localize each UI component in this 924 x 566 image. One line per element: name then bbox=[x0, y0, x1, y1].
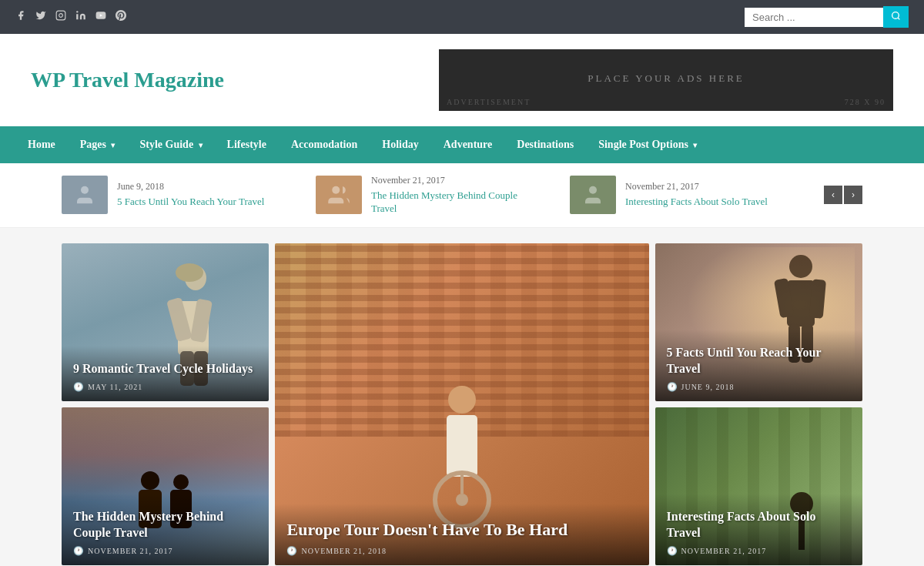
slider-item-1: June 9, 2018 5 Facts Until You Reach You… bbox=[62, 176, 285, 214]
nav-list: Home Pages ▾ Style Guide ▾ Lifestyle Acc… bbox=[15, 126, 909, 163]
nav-item-accomodation[interactable]: Accomodation bbox=[279, 126, 370, 163]
nav-item-pages[interactable]: Pages ▾ bbox=[68, 126, 128, 163]
main-content: 9 Romantic Travel Cycle Holidays 🕐 MAY 1… bbox=[0, 228, 924, 566]
header: WP Travel Magazine PLACE YOUR ADS HERE A… bbox=[0, 34, 924, 126]
nav-link-single-post[interactable]: Single Post Options ▾ bbox=[586, 126, 709, 163]
svg-point-9 bbox=[589, 186, 597, 194]
youtube-icon[interactable] bbox=[95, 10, 106, 24]
nav-item-lifestyle[interactable]: Lifestyle bbox=[215, 126, 279, 163]
card-title-5: Interesting Facts About Solo Travel bbox=[667, 509, 851, 541]
article-grid: 9 Romantic Travel Cycle Holidays 🕐 MAY 1… bbox=[62, 243, 862, 565]
top-bar bbox=[0, 0, 924, 34]
chevron-down-icon: ▾ bbox=[111, 141, 115, 149]
chevron-down-icon: ▾ bbox=[693, 141, 697, 149]
facebook-icon[interactable] bbox=[15, 10, 26, 24]
clock-icon-4: 🕐 bbox=[73, 546, 85, 556]
clock-icon-center: 🕐 bbox=[286, 546, 298, 556]
nav-link-destinations[interactable]: Destinations bbox=[504, 126, 586, 163]
slider-thumb-2 bbox=[316, 176, 362, 214]
slider-date-2: November 21, 2017 bbox=[371, 175, 539, 186]
slider-meta-3: November 21, 2017 Interesting Facts Abou… bbox=[625, 181, 768, 209]
card-romantic-travel[interactable]: 9 Romantic Travel Cycle Holidays 🕐 MAY 1… bbox=[62, 243, 269, 401]
card-overlay-4: The Hidden Mystery Behind Couple Travel … bbox=[62, 494, 269, 565]
nav-link-adventure[interactable]: Adventure bbox=[431, 126, 505, 163]
svg-point-5 bbox=[892, 12, 899, 19]
card-date-5: 🕐 NOVEMBER 21, 2017 bbox=[667, 546, 851, 556]
pinterest-icon[interactable] bbox=[116, 10, 126, 24]
card-overlay-center: Europe Tour Doesn't Have To Be Hard 🕐 NO… bbox=[275, 504, 648, 565]
card-5-facts[interactable]: 5 Facts Until You Reach Your Travel 🕐 JU… bbox=[655, 243, 862, 401]
nav-item-single-post[interactable]: Single Post Options ▾ bbox=[586, 126, 709, 163]
slider-date-1: June 9, 2018 bbox=[117, 181, 264, 193]
search-input[interactable] bbox=[745, 8, 883, 27]
card-title-4: The Hidden Mystery Behind Couple Travel bbox=[73, 509, 257, 541]
slider-nav: ‹ › bbox=[824, 186, 862, 204]
svg-point-3 bbox=[76, 11, 78, 12]
nav-item-adventure[interactable]: Adventure bbox=[431, 126, 505, 163]
svg-point-30 bbox=[173, 474, 189, 490]
chevron-down-icon: ▾ bbox=[199, 141, 203, 149]
svg-point-7 bbox=[81, 186, 89, 194]
nav-link-accomodation[interactable]: Accomodation bbox=[279, 126, 370, 163]
slider-meta-1: June 9, 2018 5 Facts Until You Reach You… bbox=[117, 181, 264, 209]
nav-link-home[interactable]: Home bbox=[15, 126, 68, 163]
main-nav: Home Pages ▾ Style Guide ▾ Lifestyle Acc… bbox=[0, 126, 924, 163]
slider-item-3: November 21, 2017 Interesting Facts Abou… bbox=[570, 176, 793, 214]
card-overlay-1: 9 Romantic Travel Cycle Holidays 🕐 MAY 1… bbox=[62, 346, 269, 401]
slider-meta-2: November 21, 2017 The Hidden Mystery Beh… bbox=[371, 175, 539, 216]
svg-rect-0 bbox=[56, 11, 65, 20]
social-icons bbox=[15, 10, 126, 24]
card-overlay-3: 5 Facts Until You Reach Your Travel 🕐 JU… bbox=[655, 330, 862, 401]
svg-point-22 bbox=[789, 255, 812, 278]
card-europe-tour[interactable]: Europe Tour Doesn't Have To Be Hard 🕐 NO… bbox=[275, 243, 648, 565]
clock-icon-5: 🕐 bbox=[667, 546, 678, 556]
card-date-4: 🕐 NOVEMBER 21, 2017 bbox=[73, 546, 257, 556]
card-title-center: Europe Tour Doesn't Have To Be Hard bbox=[286, 519, 637, 541]
slider-prev-button[interactable]: ‹ bbox=[824, 186, 842, 204]
search-box bbox=[745, 6, 909, 28]
card-hidden-mystery[interactable]: The Hidden Mystery Behind Couple Travel … bbox=[62, 407, 269, 565]
card-date-center: 🕐 NOVEMBER 21, 2018 bbox=[286, 546, 637, 556]
card-interesting-facts[interactable]: Interesting Facts About Solo Travel 🕐 NO… bbox=[655, 407, 862, 565]
svg-rect-2 bbox=[76, 14, 78, 19]
svg-rect-18 bbox=[447, 415, 477, 477]
ad-banner: PLACE YOUR ADS HERE ADVERTISEMENT 728 X … bbox=[439, 49, 893, 111]
slider-thumb-3 bbox=[570, 176, 616, 214]
slider-title-2[interactable]: The Hidden Mystery Behind Couple Travel bbox=[371, 189, 539, 216]
nav-link-pages[interactable]: Pages ▾ bbox=[68, 126, 128, 163]
nav-item-holiday[interactable]: Holiday bbox=[370, 126, 430, 163]
twitter-icon[interactable] bbox=[35, 10, 46, 24]
svg-point-8 bbox=[332, 186, 340, 194]
slider-next-button[interactable]: › bbox=[844, 186, 862, 204]
card-overlay-5: Interesting Facts About Solo Travel 🕐 NO… bbox=[655, 494, 862, 565]
svg-point-16 bbox=[176, 263, 203, 282]
card-title-1: 9 Romantic Travel Cycle Holidays bbox=[73, 361, 257, 377]
site-logo[interactable]: WP Travel Magazine bbox=[31, 68, 224, 92]
slider-date-3: November 21, 2017 bbox=[625, 181, 768, 193]
nav-link-style-guide[interactable]: Style Guide ▾ bbox=[127, 126, 214, 163]
nav-link-holiday[interactable]: Holiday bbox=[370, 126, 430, 163]
search-button[interactable] bbox=[883, 6, 909, 28]
slider-item-2: November 21, 2017 The Hidden Mystery Beh… bbox=[316, 175, 539, 216]
svg-point-28 bbox=[141, 471, 159, 490]
ad-label: ADVERTISEMENT bbox=[447, 98, 531, 106]
card-date-3: 🕐 JUNE 9, 2018 bbox=[667, 382, 851, 392]
slider-title-3[interactable]: Interesting Facts About Solo Travel bbox=[625, 196, 768, 209]
ad-size: 728 X 90 bbox=[845, 98, 886, 106]
instagram-icon[interactable] bbox=[55, 10, 66, 24]
clock-icon-3: 🕐 bbox=[667, 382, 678, 392]
card-date-1: 🕐 MAY 11, 2021 bbox=[73, 382, 257, 392]
recent-slider: June 9, 2018 5 Facts Until You Reach You… bbox=[0, 163, 924, 228]
nav-item-home[interactable]: Home bbox=[15, 126, 68, 163]
linkedin-icon[interactable] bbox=[75, 10, 86, 24]
slider-title-1[interactable]: 5 Facts Until You Reach Your Travel bbox=[117, 196, 264, 209]
clock-icon: 🕐 bbox=[73, 382, 85, 392]
svg-line-6 bbox=[898, 18, 899, 19]
card-title-3: 5 Facts Until You Reach Your Travel bbox=[667, 345, 851, 377]
nav-link-lifestyle[interactable]: Lifestyle bbox=[215, 126, 279, 163]
nav-item-style-guide[interactable]: Style Guide ▾ bbox=[127, 126, 214, 163]
svg-point-17 bbox=[448, 386, 476, 414]
ad-text: PLACE YOUR ADS HERE bbox=[588, 72, 745, 85]
nav-item-destinations[interactable]: Destinations bbox=[504, 126, 586, 163]
slider-thumb-1 bbox=[62, 176, 108, 214]
